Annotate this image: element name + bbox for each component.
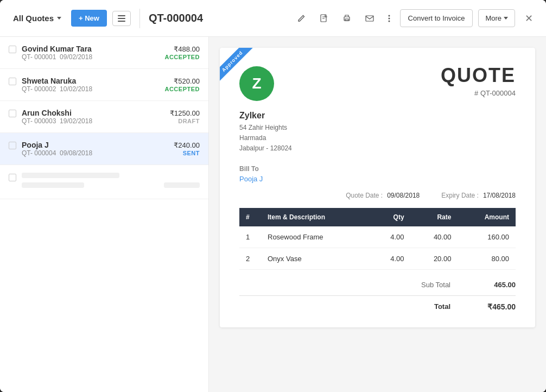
print-button[interactable] [338, 11, 355, 26]
item-rate: 20.00 [411, 248, 458, 269]
quote-ref: QT- 000001 09/02/2018 [22, 53, 92, 61]
expiry-date-value: 17/08/2018 [483, 192, 516, 199]
quote-title: QUOTE [441, 64, 516, 87]
edit-button[interactable] [293, 11, 310, 26]
checkbox-qt4[interactable] [9, 142, 16, 149]
more-dropdown-button[interactable]: More [478, 9, 515, 27]
company-address-line1: 54 Zahir Heights [239, 123, 292, 133]
item-amount: 80.00 [458, 248, 516, 269]
table-row: 2 Onyx Vase 4.00 20.00 80.00 [239, 248, 516, 269]
subtotal-value: 465.00 [472, 281, 516, 289]
svg-rect-2 [345, 19, 348, 21]
item-qty: 4.00 [370, 226, 411, 248]
totals-separator [239, 295, 516, 296]
quote-ref: QT- 000004 09/08/2018 [22, 149, 92, 157]
item-num: 1 [239, 226, 261, 248]
quote-document: Approved Z Zylker 54 Zahir Heights Harma… [220, 48, 535, 327]
item-qty: 4.00 [370, 248, 411, 269]
email-button[interactable] [361, 11, 378, 26]
item-num: 2 [239, 248, 261, 269]
quote-date-value: 09/08/2018 [387, 192, 420, 199]
skeleton-item [0, 165, 208, 199]
quote-ref: QT- 000003 19/02/2018 [22, 117, 92, 125]
status-badge: DRAFT [178, 118, 200, 124]
col-qty: Qty [370, 208, 411, 226]
item-description: Onyx Vase [261, 248, 370, 269]
app-window: All Quotes + New QT-000004 [0, 0, 546, 392]
totals-section: Sub Total 465.00 Total ₹465.00 [239, 281, 516, 311]
company-name: Zylker [239, 111, 292, 121]
item-description: Rosewood Frame [261, 226, 370, 248]
status-badge: SENT [183, 150, 200, 156]
customer-name: Shweta Naruka [22, 77, 76, 85]
approved-ribbon: Approved [220, 48, 263, 91]
checkbox-qt1[interactable] [9, 46, 16, 53]
total-value: ₹465.00 [472, 302, 516, 311]
customer-name: Arun Chokshi [22, 109, 72, 117]
col-num: # [239, 208, 261, 226]
top-bar: All Quotes + New QT-000004 [0, 0, 546, 37]
company-address-line3: Jabalpur - 128024 [239, 143, 292, 154]
col-description: Item & Description [261, 208, 370, 226]
list-item[interactable]: Govind Kumar Tara ₹488.00 QT- 000001 09/… [0, 37, 208, 69]
checkbox-qt3[interactable] [9, 110, 16, 117]
items-table: # Item & Description Qty Rate Amount 1 R… [239, 208, 516, 270]
bill-to-section: Bill To Pooja J [239, 165, 516, 183]
subtotal-row: Sub Total 465.00 [407, 281, 516, 289]
table-row: 1 Rosewood Frame 4.00 40.00 160.00 [239, 226, 516, 248]
close-button[interactable]: ✕ [520, 10, 537, 27]
quote-id: QT-000004 [149, 12, 203, 24]
col-rate: Rate [411, 208, 458, 226]
amount: ₹488.00 [174, 45, 200, 53]
svg-point-6 [388, 20, 390, 22]
status-badge: ACCEPTED [164, 86, 200, 92]
svg-point-5 [388, 17, 390, 19]
total-label: Total [407, 302, 450, 311]
item-amount: 160.00 [458, 226, 516, 248]
svg-rect-3 [366, 16, 373, 21]
quote-document-panel: Approved Z Zylker 54 Zahir Heights Harma… [209, 37, 546, 392]
hamburger-line [118, 15, 125, 16]
customer-name: Govind Kumar Tara [22, 45, 92, 53]
subtotal-label: Sub Total [407, 281, 450, 289]
list-item[interactable]: Pooja J ₹240.00 QT- 000004 09/08/2018 SE… [0, 133, 208, 165]
bill-to-name[interactable]: Pooja J [239, 175, 516, 183]
svg-point-4 [388, 15, 390, 16]
bill-to-label: Bill To [239, 165, 516, 173]
total-row: Total ₹465.00 [407, 302, 516, 311]
quotes-list-panel: Govind Kumar Tara ₹488.00 QT- 000001 09/… [0, 37, 209, 392]
quote-ref: QT- 000002 10/02/2018 [22, 85, 92, 93]
company-address-line2: Harmada [239, 133, 292, 143]
amount: ₹240.00 [174, 141, 200, 149]
hamburger-line [118, 21, 125, 22]
col-amount: Amount [458, 208, 516, 226]
expiry-date-label: Expiry Date : [441, 192, 479, 199]
amount: ₹520.00 [174, 77, 200, 85]
all-quotes-label: All Quotes [13, 14, 54, 23]
amount: ₹1250.00 [170, 109, 200, 117]
hamburger-line [118, 18, 125, 19]
quote-date-label: Quote Date : [346, 192, 383, 199]
all-quotes-dropdown[interactable]: All Quotes [9, 10, 66, 26]
new-button[interactable]: + New [71, 10, 107, 27]
status-badge: ACCEPTED [164, 54, 200, 60]
more-icon-button[interactable] [384, 11, 395, 26]
convert-to-invoice-button[interactable]: Convert to Invoice [400, 9, 473, 27]
chevron-down-icon [504, 17, 508, 20]
vertical-divider [139, 9, 140, 28]
main-content: Govind Kumar Tara ₹488.00 QT- 000001 09/… [0, 37, 546, 392]
item-rate: 40.00 [411, 226, 458, 248]
ribbon-text: Approved [220, 48, 253, 82]
quote-number: # QT-000004 [441, 89, 516, 97]
chevron-down-icon [57, 17, 61, 20]
dates-section: Quote Date : 09/08/2018 Expiry Date : 17… [239, 192, 516, 199]
checkbox-qt2[interactable] [9, 78, 16, 85]
hamburger-button[interactable] [112, 11, 131, 26]
pdf-button[interactable] [315, 11, 333, 26]
list-item[interactable]: Arun Chokshi ₹1250.00 QT- 000003 19/02/2… [0, 101, 208, 133]
list-item[interactable]: Shweta Naruka ₹520.00 QT- 000002 10/02/2… [0, 69, 208, 101]
customer-name: Pooja J [22, 141, 49, 149]
